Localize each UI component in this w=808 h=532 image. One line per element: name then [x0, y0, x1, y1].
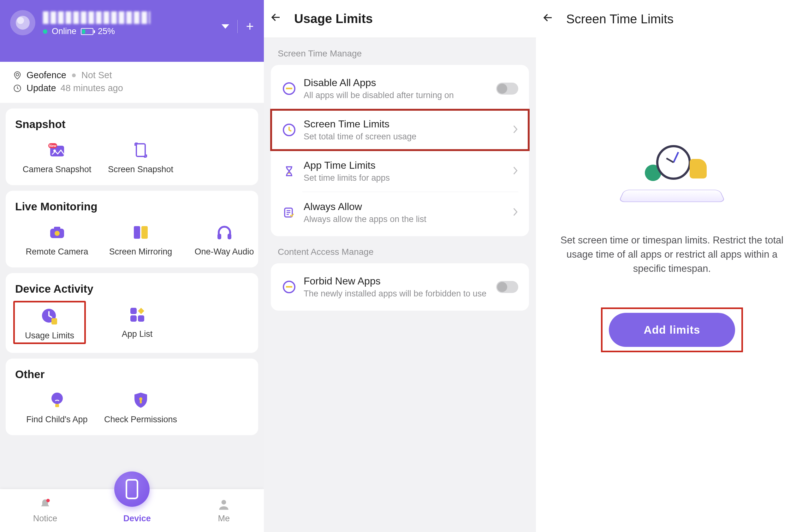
svg-point-23	[47, 499, 50, 502]
screen-time-manage-card: Disable All Apps All apps will be disabl…	[271, 65, 529, 236]
device-activity-title: Device Activity	[15, 283, 249, 295]
online-status-text: Online	[52, 26, 76, 36]
live-monitoring-card: Live Monitoring Remote Camera Screen Mir…	[6, 191, 258, 267]
dashboard-header: Online 25% +	[0, 0, 264, 62]
disable-apps-icon	[281, 81, 297, 96]
nav-notice-label: Notice	[33, 514, 57, 524]
geofence-value: Not Set	[81, 70, 112, 80]
profile-dropdown-icon[interactable]	[222, 24, 229, 29]
remote-camera-tile[interactable]: Remote Camera	[15, 218, 99, 259]
screen-time-limits-topbar: Screen Time Limits	[536, 0, 808, 38]
content-access-manage-label: Content Access Manage	[264, 236, 536, 263]
svg-rect-18	[138, 315, 144, 322]
snapshot-card: Snapshot New Camera Snapshot Screen Snap…	[6, 109, 258, 185]
geofence-label: Geofence	[26, 70, 66, 80]
screen-time-limits-panel: Screen Time Limits Set screen time or ti…	[536, 0, 808, 532]
screen-mirroring-label: Screen Mirroring	[100, 247, 181, 257]
usage-limits-topbar: Usage Limits	[264, 0, 536, 38]
disable-all-sub: All apps will be disabled after turning …	[304, 91, 489, 100]
battery-icon	[81, 28, 93, 35]
forbid-apps-icon	[281, 280, 297, 294]
always-allow-title: Always Allow	[304, 201, 505, 212]
app-time-limits-row[interactable]: App Time Limits Set time limits for apps	[271, 151, 529, 192]
forbid-new-apps-toggle[interactable]	[496, 281, 518, 293]
forbid-new-apps-row[interactable]: Forbid New Apps The newly installed apps…	[271, 266, 529, 307]
back-button[interactable]	[270, 12, 281, 26]
screen-mirroring-icon	[131, 222, 151, 243]
always-allow-sub: Always allow the apps on the list	[304, 214, 505, 224]
app-list-icon	[127, 305, 147, 325]
clock-icon	[281, 122, 297, 137]
app-time-sub: Set time limits for apps	[304, 173, 505, 183]
screen-snapshot-icon	[131, 140, 151, 160]
nav-me-label: Me	[217, 514, 231, 524]
screen-time-sub: Set total time of screen usage	[304, 132, 505, 141]
usage-limits-title: Usage Limits	[294, 12, 373, 26]
content-access-manage-card: Forbid New Apps The newly installed apps…	[271, 263, 529, 311]
device-dashboard-panel: Online 25% + Geofence Not Set Update 48 …	[0, 0, 264, 532]
svg-rect-10	[134, 226, 140, 239]
dot-icon	[72, 74, 76, 77]
camera-snapshot-label: Camera Snapshot	[16, 165, 97, 174]
screen-time-limits-row[interactable]: Screen Time Limits Set total time of scr…	[271, 110, 529, 150]
camera-snapshot-tile[interactable]: New Camera Snapshot	[15, 136, 99, 176]
usage-limits-panel: Usage Limits Screen Time Manage Disable …	[264, 0, 536, 532]
app-list-tile[interactable]: App List	[95, 301, 179, 344]
list-check-icon	[281, 205, 297, 220]
limits-illustration	[618, 145, 726, 208]
check-permissions-tile[interactable]: Check Permissions	[99, 386, 182, 426]
back-button[interactable]	[542, 12, 554, 26]
disable-all-toggle[interactable]	[496, 83, 518, 95]
nav-device-button[interactable]	[114, 472, 150, 507]
nav-notice[interactable]: Notice	[33, 498, 57, 524]
app-list-label: App List	[96, 329, 178, 339]
shield-icon	[131, 390, 151, 410]
svg-rect-20	[55, 404, 59, 407]
forbid-new-title: Forbid New Apps	[304, 275, 489, 287]
one-way-audio-tile[interactable]: One-Way Audio	[182, 218, 266, 259]
screen-snapshot-tile[interactable]: Screen Snapshot	[99, 136, 182, 176]
add-child-button[interactable]: +	[246, 19, 254, 34]
svg-point-19	[52, 393, 63, 404]
child-avatar[interactable]	[10, 10, 35, 35]
svg-rect-6	[136, 144, 145, 156]
screen-time-limits-body: Set screen time or timespan limits. Rest…	[536, 38, 808, 352]
screen-time-title: Screen Time Limits	[304, 118, 505, 130]
remote-camera-icon	[47, 222, 67, 243]
nav-me[interactable]: Me	[217, 498, 231, 524]
screen-mirroring-tile[interactable]: Screen Mirroring	[99, 218, 182, 259]
svg-rect-13	[227, 234, 231, 239]
svg-point-21	[139, 397, 142, 400]
geofence-row[interactable]: Geofence Not Set	[13, 70, 251, 80]
chevron-right-icon	[512, 125, 518, 135]
always-allow-row[interactable]: Always Allow Always allow the apps on th…	[271, 192, 529, 233]
remote-camera-label: Remote Camera	[16, 247, 97, 257]
one-way-audio-label: One-Way Audio	[184, 247, 265, 257]
bottom-nav: Notice Device Me	[0, 489, 264, 532]
disable-all-apps-row[interactable]: Disable All Apps All apps will be disabl…	[271, 68, 529, 109]
status-info-bar: Geofence Not Set Update 48 minutes ago	[0, 62, 264, 103]
child-info: Online 25%	[43, 10, 222, 36]
update-label: Update	[26, 83, 56, 93]
forbid-new-sub: The newly installed apps will be forbidd…	[304, 289, 489, 299]
screen-snapshot-label: Screen Snapshot	[100, 165, 181, 174]
chevron-right-icon	[512, 166, 518, 176]
usage-limits-icon	[39, 306, 60, 326]
add-limits-highlight: Add limits	[601, 307, 743, 352]
other-title: Other	[15, 368, 249, 381]
screen-time-limits-title: Screen Time Limits	[566, 12, 674, 26]
child-name-redacted	[43, 11, 150, 24]
snapshot-title: Snapshot	[15, 118, 249, 131]
find-childs-app-tile[interactable]: Find Child's App	[15, 386, 99, 426]
update-row[interactable]: Update 48 minutes ago	[13, 83, 251, 93]
usage-limits-label: Usage Limits	[16, 331, 83, 341]
svg-rect-12	[218, 234, 221, 239]
battery-percent: 25%	[98, 26, 115, 36]
nav-device-label: Device	[124, 514, 151, 524]
headphones-icon	[214, 222, 235, 243]
lightbulb-icon	[47, 390, 67, 410]
nav-device[interactable]: Device	[124, 514, 151, 524]
add-limits-button[interactable]: Add limits	[609, 313, 735, 347]
usage-limits-tile[interactable]: Usage Limits	[13, 301, 86, 344]
svg-rect-30	[286, 286, 292, 288]
